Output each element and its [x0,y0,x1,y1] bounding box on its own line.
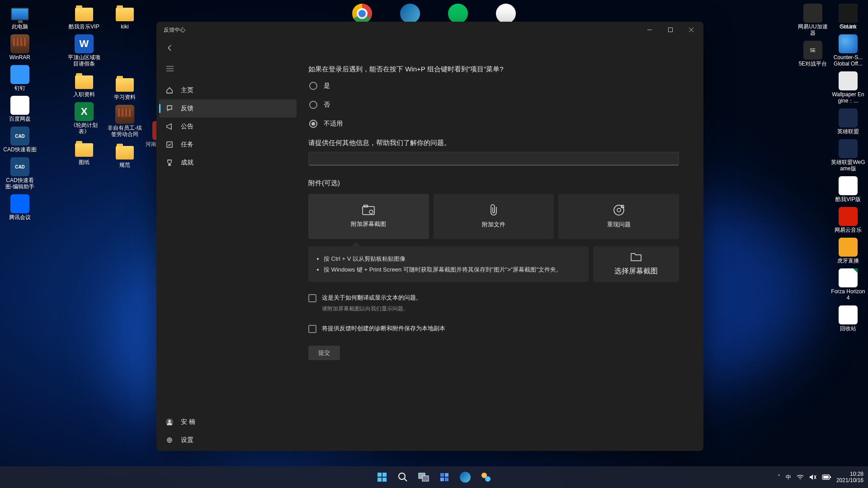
wifi-icon[interactable] [797,474,804,480]
gear-icon [165,436,174,444]
nav-achieve[interactable]: 成就 [159,154,297,172]
desktop-icon-archive[interactable]: 非自有员工-续签劳动合同 [108,105,142,137]
start-button[interactable] [373,468,391,486]
camera-icon [362,205,375,216]
titlebar[interactable]: 反馈中心 [156,22,703,38]
attach-file-card[interactable]: 附加文件 [434,194,554,239]
back-button[interactable] [163,41,177,55]
detail-label: 请提供任何其他信息，帮助我们了解你的问题。 [308,139,679,147]
desktop-icon-netease-music[interactable]: 网易云音乐 [831,207,865,233]
desktop-icon-word-doc[interactable]: W平顶山区域项目请假条 [67,34,101,67]
hamburger-button[interactable] [161,61,179,77]
paperclip-icon [489,204,499,216]
desktop-icon-tencent-meeting[interactable]: 腾讯会议 [3,194,37,221]
desktop-icon-csgo[interactable]: Counter-S... Global Off... [831,34,865,67]
desktop-icon-huya[interactable]: 虎牙直播 [831,238,865,264]
desktop-icon-kuwo[interactable]: 酷我VIP版 [831,176,865,202]
desktop-icon-5e[interactable]: 5E5E对战平台 [796,41,830,67]
svg-rect-26 [440,473,444,477]
minimize-button[interactable] [639,22,660,38]
tasks-icon [165,141,174,149]
desktop-icon-uu[interactable]: 网易UU加速器 [796,4,830,36]
nav-announce[interactable]: 公告 [159,117,297,136]
desktop-icon-forza[interactable]: Forza Horizon 4 [831,268,865,301]
desktop-icon-qq[interactable] [489,4,523,23]
content: 如果在登录后遇到，能否在按下 Win+P 组合键时看到"项目"菜单? 是 否 不… [299,58,703,451]
svg-rect-18 [377,473,382,477]
screenshot-tips: 按 Ctrl + V 以从剪贴板粘贴图像 按 Windows 键 + Print… [308,246,589,282]
radio-no[interactable]: 否 [309,101,679,109]
desktop-icon-wallpaper-engine[interactable]: Wallpaper Engine：... [831,71,865,104]
checkbox-translation[interactable]: 这是关于如何翻译或显示文本的问题。 [308,294,679,302]
desktop-icon-wechat[interactable] [441,4,475,23]
svg-point-16 [617,208,621,212]
svg-rect-21 [382,478,387,482]
taskview-button[interactable] [415,468,433,486]
close-button[interactable] [681,22,702,38]
nav-home[interactable]: 主页 [159,81,297,99]
clock[interactable]: 10:282021/10/16 [836,471,863,483]
tray-chevron-icon[interactable]: ˄ [778,474,780,480]
question-text: 如果在登录后遇到，能否在按下 Win+P 组合键时看到"项目"菜单? [308,65,679,74]
volume-icon[interactable] [809,474,816,480]
user-avatar-icon [165,418,174,426]
svg-point-31 [485,476,491,482]
desktop-icon-folder[interactable]: 酷我音乐VIP [67,4,101,30]
desktop-icon-baidu[interactable]: 百度网盘 [3,96,37,122]
taskbar-edge[interactable] [456,468,474,486]
svg-point-9 [168,420,171,422]
nav-settings[interactable]: 设置 [159,431,297,449]
desktop-icon-dingding[interactable]: 钉钉 [3,65,37,91]
svg-rect-28 [440,478,444,481]
folder-icon [630,252,642,262]
desktop-icon-steam[interactable]: Steam [831,4,865,30]
feedback-hub-window: 反馈中心 主页 反馈 公告 任务 成就 安 楠 设置 如果在登录后遇到，能否在按… [156,22,703,451]
submit-button[interactable]: 提交 [308,346,340,360]
sidebar: 主页 反馈 公告 任务 成就 安 楠 设置 [156,58,299,451]
trophy-icon [165,159,174,167]
system-tray: ˄ 中 10:282021/10/16 [778,471,863,483]
desktop-icon-winrar[interactable]: WinRAR [3,34,37,61]
desktop-icon-this-pc[interactable]: 此电脑 [3,4,37,30]
svg-point-13 [369,210,373,214]
svg-rect-25 [422,476,429,481]
megaphone-icon [165,122,174,131]
svg-rect-29 [445,478,448,481]
taskbar-feedback-hub[interactable] [477,468,495,486]
maximize-button[interactable] [660,22,681,38]
desktop-icon-folder[interactable]: kiki [108,4,142,30]
desktop-icon-edge[interactable] [393,4,427,23]
desktop-icon-folder[interactable]: 图纸 [67,139,101,165]
desktop-icon-cad-edit[interactable]: CADCAD快速看图-编辑助手 [3,157,37,190]
svg-rect-1 [669,28,673,32]
desktop-icon-lol-wegame[interactable]: 英雄联盟WeGame版 [831,139,865,172]
desktop-icon-folder[interactable]: 规范 [108,142,142,168]
record-icon [613,204,625,216]
home-icon [165,86,174,94]
widgets-button[interactable] [435,468,453,486]
desktop-icon-cad[interactable]: CADCAD快速看图 [3,127,37,153]
desktop-icon-excel-doc[interactable]: X《轮岗计划表》 [67,102,101,135]
svg-point-11 [169,439,170,441]
svg-point-22 [399,473,405,479]
window-title: 反馈中心 [164,26,185,34]
desktop-icon-chrome[interactable] [345,4,379,23]
recreate-problem-card[interactable]: 重现问题 [558,194,679,239]
radio-yes[interactable]: 是 [309,82,679,90]
choose-screenshot-button[interactable]: 选择屏幕截图 [593,246,679,282]
nav-tasks[interactable]: 任务 [159,136,297,154]
desktop-icon-folder[interactable]: 入职资料 [67,71,101,98]
attach-screenshot-card[interactable]: 附加屏幕截图 [308,194,429,239]
desktop-icon-recycle-bin[interactable]: 回收站 [831,305,865,332]
desktop-icon-folder[interactable]: 学习资料 [108,74,142,100]
nav-feedback[interactable]: 反馈 [159,99,297,117]
detail-input[interactable] [308,152,679,165]
battery-icon[interactable] [822,474,831,480]
feedback-icon [165,104,174,113]
nav-user[interactable]: 安 楠 [159,413,297,431]
search-button[interactable] [394,468,412,486]
radio-na[interactable]: 不适用 [309,120,679,128]
ime-indicator[interactable]: 中 [786,474,791,481]
desktop-icon-lol[interactable]: 英雄联盟 [831,108,865,135]
checkbox-save-local[interactable]: 将提供反馈时创建的诊断和附件保存为本地副本 [308,324,679,333]
